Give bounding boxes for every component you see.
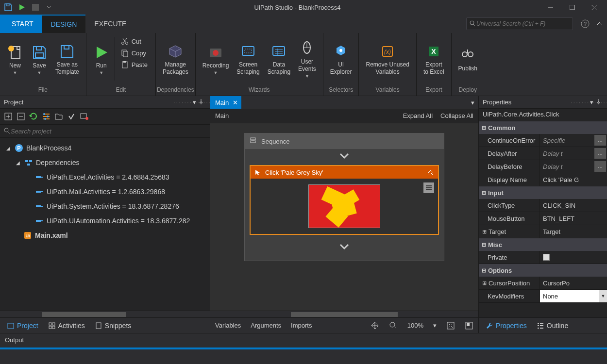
tab-design[interactable]: DESIGN [42, 15, 86, 33]
ellipsis-icon[interactable]: … [594, 148, 606, 159]
tab-properties[interactable]: Properties [482, 320, 531, 331]
prop-category-common[interactable]: ⊟Common [479, 121, 607, 134]
document-tab-dropdown[interactable]: ▾ [467, 99, 478, 106]
prop-display-name[interactable]: Display NameClick 'Pale G [479, 173, 607, 186]
target-screenshot[interactable] [308, 184, 380, 228]
expand-all-icon[interactable] [4, 112, 13, 121]
prop-category-input[interactable]: ⊟Input [479, 186, 607, 199]
tab-start[interactable]: START [3, 15, 42, 33]
refresh-icon[interactable] [29, 112, 38, 121]
help-icon[interactable]: ? [578, 15, 592, 33]
drop-indicator[interactable] [245, 240, 444, 256]
pin-icon[interactable] [198, 99, 206, 106]
expand-all-link[interactable]: Expand All [403, 112, 433, 119]
sequence-activity[interactable]: Sequence Click 'Pale Grey Sky' [244, 133, 444, 261]
open-folder-icon[interactable] [54, 112, 63, 121]
dependencies-node[interactable]: ◢Dependencies [0, 155, 210, 170]
prop-category-options[interactable]: ⊟Options [479, 264, 607, 277]
breadcrumb[interactable]: Main [215, 112, 395, 119]
drop-indicator[interactable] [245, 149, 444, 165]
tab-execute[interactable]: EXECUTE [85, 15, 135, 33]
project-root-node[interactable]: ◢PBlankProcess4 [0, 141, 210, 155]
prop-click-type[interactable]: ClickTypeCLICK_SIN [479, 199, 607, 212]
universal-search-input[interactable] [476, 20, 570, 27]
maximize-icon[interactable] [561, 0, 583, 15]
zoom-icon[interactable] [389, 321, 398, 330]
activity-menu-icon[interactable] [423, 182, 434, 193]
svg-rect-35 [81, 114, 86, 118]
manage-packages-button[interactable]: Manage Packages [159, 35, 192, 84]
prop-private[interactable]: Private [479, 251, 607, 264]
prop-key-modifiers[interactable]: KevModifiersNone▼ [479, 290, 607, 303]
prop-delay-after[interactable]: DelayAfterDelay t… [479, 147, 607, 160]
overview-icon[interactable] [465, 321, 473, 330]
output-panel-tab[interactable]: Output [0, 333, 607, 347]
chevron-down-icon[interactable]: ▼ [599, 290, 607, 302]
universal-search[interactable] [466, 17, 573, 30]
dependency-node[interactable]: UiPath.Mail.Activities = 1.2.6863.29868 [0, 184, 210, 199]
prop-continue-on-error[interactable]: ContinueOnErrorSpecifie… [479, 134, 607, 147]
collapse-all-link[interactable]: Collapse All [440, 112, 473, 119]
collapse-icon[interactable] [427, 169, 434, 176]
qat-save-icon[interactable] [2, 1, 15, 14]
remove-unused-icon[interactable] [67, 112, 76, 121]
close-tab-icon[interactable]: ✕ [232, 99, 238, 106]
prop-cursor-position[interactable]: ⊞CursorPositionCursorPo [479, 277, 607, 290]
close-icon[interactable] [583, 0, 605, 15]
prop-target[interactable]: ⊞TargetTarget [479, 225, 607, 238]
remove-unused-vars-button[interactable]: (x)Remove Unused Variables [362, 35, 413, 84]
horizontal-scrollbar[interactable] [210, 311, 478, 317]
workflow-designer[interactable]: Sequence Click 'Pale Grey Sky' [210, 123, 478, 311]
auto-hide-icon[interactable]: ▾ [590, 99, 593, 106]
fit-to-screen-icon[interactable] [446, 321, 455, 330]
dependency-node[interactable]: UiPath.System.Activities = 18.3.6877.282… [0, 199, 210, 214]
main-xaml-node[interactable]: UiMain.xaml [0, 228, 210, 243]
pan-icon[interactable] [371, 321, 379, 330]
data-scraping-button[interactable]: Data Scraping [264, 35, 294, 84]
click-activity[interactable]: Click 'Pale Grey Sky' [250, 165, 439, 235]
run-button[interactable]: Run▼ [89, 35, 114, 84]
prop-category-misc[interactable]: ⊟Misc [479, 238, 607, 251]
tab-activities[interactable]: Activities [44, 320, 89, 331]
save-as-template-button[interactable]: Save as Template [51, 35, 83, 84]
project-settings-icon[interactable] [42, 112, 51, 121]
ellipsis-icon[interactable]: … [594, 135, 606, 146]
horizontal-scrollbar[interactable] [0, 311, 210, 317]
dependency-node[interactable]: UiPath.Excel.Activities = 2.4.6884.25683 [0, 170, 210, 184]
tab-snippets[interactable]: Snippets [91, 320, 135, 331]
qat-run-icon[interactable] [16, 1, 28, 14]
user-events-button[interactable]: User Events▼ [294, 35, 320, 84]
copy-button[interactable]: Copy [118, 48, 151, 58]
zoom-dropdown-icon[interactable]: ▾ [433, 322, 437, 329]
imports-tab[interactable]: Imports [291, 322, 312, 329]
tab-project[interactable]: Project [3, 320, 42, 331]
project-search-input[interactable] [11, 128, 206, 135]
recording-button[interactable]: Recording▼ [199, 35, 233, 84]
prop-delay-before[interactable]: DelayBeforeDelay t… [479, 160, 607, 173]
screen-scraping-button[interactable]: Screen Scraping [233, 35, 263, 84]
variables-tab[interactable]: Variables [215, 322, 241, 329]
export-excel-button[interactable]: XExport to Excel [420, 35, 448, 84]
document-tab[interactable]: Main✕ [210, 96, 241, 109]
save-button[interactable]: Save▼ [27, 35, 51, 84]
qat-stop-icon[interactable] [29, 1, 42, 14]
file-explorer-icon[interactable] [80, 112, 88, 121]
zoom-level[interactable]: 100% [407, 322, 423, 329]
private-checkbox[interactable] [543, 254, 550, 261]
publish-button[interactable]: Publish [455, 35, 481, 84]
paste-button[interactable]: Paste [118, 59, 151, 70]
collapse-all-icon[interactable] [17, 112, 25, 121]
ellipsis-icon[interactable]: … [594, 161, 606, 172]
arguments-tab[interactable]: Arguments [251, 322, 281, 329]
minimize-icon[interactable] [540, 0, 561, 15]
dependency-node[interactable]: UiPath.UIAutomation.Activities = 18.3.68… [0, 214, 210, 228]
pin-icon[interactable] [595, 99, 603, 106]
ui-explorer-button[interactable]: UI Explorer [326, 35, 356, 84]
cut-button[interactable]: Cut [118, 36, 151, 47]
prop-mouse-button[interactable]: MouseButtonBTN_LEFT [479, 212, 607, 225]
tab-outline[interactable]: Outline [533, 320, 572, 331]
qat-dropdown-icon[interactable] [43, 1, 55, 14]
new-button[interactable]: New▼ [3, 35, 27, 84]
collapse-ribbon-icon[interactable] [592, 15, 607, 33]
auto-hide-icon[interactable]: ▾ [193, 99, 196, 106]
